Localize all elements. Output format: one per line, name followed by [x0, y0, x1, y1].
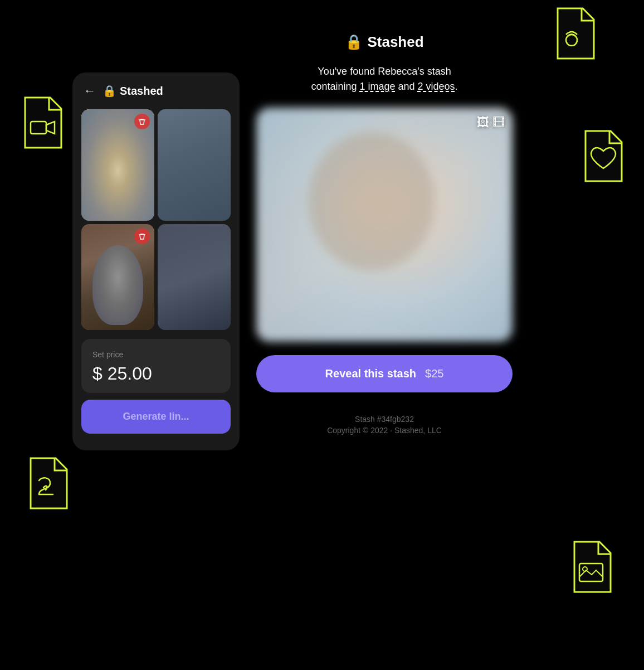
heart-file-icon [577, 128, 627, 187]
price-value: $ 25.00 [92, 363, 219, 384]
right-panel: 🔒 Stashed You've found Rebecca's stash c… [256, 33, 513, 435]
reveal-button-label: Reveal this stash [325, 367, 416, 380]
generate-link-label: Generate lin... [123, 411, 189, 422]
lock-icon-left: 🔒 [103, 84, 116, 98]
generate-link-button[interactable]: Generate lin... [81, 400, 231, 434]
left-panel: ← 🔒 Stashed [72, 72, 240, 450]
left-panel-title: 🔒 Stashed [103, 84, 163, 98]
reveal-button-price: $25 [425, 367, 443, 380]
audio-file-icon [549, 6, 599, 64]
pdf-file-icon [22, 455, 72, 514]
image-grid-bottom [81, 224, 231, 330]
cat-photo-4 [158, 224, 231, 330]
right-title: 🔒 Stashed [256, 33, 513, 51]
cat-image-3 [81, 224, 154, 330]
lock-icon-right: 🔒 [345, 33, 363, 51]
right-header: 🔒 Stashed [256, 33, 513, 51]
price-card: Set price $ 25.00 [81, 339, 231, 393]
back-button[interactable]: ← [84, 84, 96, 98]
image-grid-top [81, 109, 231, 221]
delete-button-3[interactable] [134, 229, 150, 244]
stash-description: You've found Rebecca's stash containing … [256, 64, 513, 94]
stash-id: Stash #34fgb232 [256, 415, 513, 424]
media-type-icons: 🖼 🎞 [477, 115, 505, 130]
preview-container: 🖼 🎞 [256, 108, 513, 342]
cat-image-1 [81, 109, 154, 221]
image-media-icon: 🖼 [477, 115, 489, 130]
price-label: Set price [92, 350, 219, 359]
cat-image-2 [158, 109, 231, 221]
copyright: Copyright © 2022 · Stashed, LLC [256, 426, 513, 435]
video-media-icon: 🎞 [492, 115, 505, 130]
delete-button-1[interactable] [134, 114, 150, 129]
image-file-icon [566, 539, 616, 598]
video-file-icon [17, 95, 67, 153]
cat-photo-2 [158, 109, 231, 221]
blurred-preview [256, 108, 513, 342]
footer: Stash #34fgb232 Copyright © 2022 · Stash… [256, 415, 513, 435]
cat-image-4 [158, 224, 231, 330]
left-header: ← 🔒 Stashed [81, 84, 231, 98]
reveal-button[interactable]: Reveal this stash $25 [256, 355, 513, 392]
